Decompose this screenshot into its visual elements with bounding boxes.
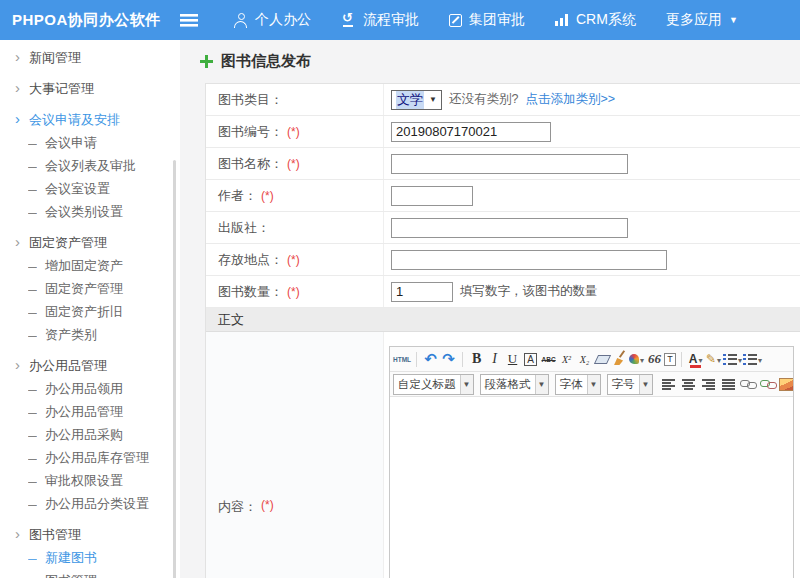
redo-icon[interactable]: ↷ [440,349,457,369]
publisher-input[interactable] [391,218,628,238]
link-icon[interactable] [739,374,758,394]
form-row-author: 作者： (*) [206,180,800,212]
clean-format-icon[interactable] [612,349,627,369]
nav-label: 集团审批 [469,11,525,29]
section-header: 正文 [206,308,800,332]
editor-dropdown-3[interactable]: 字号▼ [607,374,653,395]
sidebar-item-2-1[interactable]: 会议列表及审批 [0,154,180,177]
form-row-book-code: 图书编号： (*) [206,116,800,148]
field-label: 作者： [218,187,257,205]
sidebar-item-2-0[interactable]: 会议申请 [0,131,180,154]
nav-group-approval[interactable]: 集团审批 [449,11,525,29]
forecolor-icon[interactable]: A [687,349,704,369]
book-name-input[interactable] [391,154,628,174]
sidebar-scrollbar[interactable] [173,160,176,578]
fontname-icon[interactable]: A [524,353,537,366]
align-left-icon[interactable] [659,374,678,394]
quantity-input[interactable] [391,282,453,302]
unlink-icon[interactable] [759,374,778,394]
eraser-icon[interactable] [594,349,611,369]
align-right-icon[interactable] [699,374,718,394]
sidebar-item-5-1[interactable]: 图书管理 [0,569,180,578]
sidebar-item-4-0[interactable]: 办公用品领用 [0,377,180,400]
category-select[interactable]: 文学 ▼ [391,90,442,110]
nav-label: 个人办公 [255,11,311,29]
plus-icon [200,55,213,68]
ordered-list-icon[interactable] [723,349,742,369]
superscript-icon[interactable]: X² [558,349,575,369]
image-icon[interactable] [779,374,794,394]
book-code-input[interactable] [391,122,551,142]
sidebar-group-2[interactable]: 会议申请及安排 [0,108,180,131]
editor-dropdown-0[interactable]: 自定义标题▼ [393,374,474,395]
strikethrough-icon[interactable]: ABC [540,349,557,369]
sidebar-item-4-3[interactable]: 办公用品库存管理 [0,446,180,469]
nav-personal-office[interactable]: 个人办公 [234,11,311,29]
editor-dropdown-1[interactable]: 段落格式▼ [480,374,549,395]
sidebar-item-3-3[interactable]: 资产类别 [0,323,180,346]
app-logo: PHPOA协同办公软件 [0,11,168,30]
nav-crm-system[interactable]: CRM系统 [555,11,636,29]
sidebar-group-0[interactable]: 新闻管理 [0,46,180,69]
bar-chart-icon [555,14,569,26]
unordered-list-icon[interactable] [743,349,762,369]
field-label: 图书数量： [218,283,283,301]
chevron-down-icon [757,352,762,366]
form-row-category: 图书类目： 文学 ▼ 还没有类别? 点击添加类别>> [206,84,800,116]
dropdown-label: 字体 [556,377,587,392]
blockquote-icon[interactable]: 66 [646,349,663,369]
category-selected-value: 文学 [396,91,424,109]
sidebar-item-4-2[interactable]: 办公用品采购 [0,423,180,446]
sidebar: 新闻管理大事记管理会议申请及安排会议申请会议列表及审批会议室设置会议类别设置固定… [0,40,180,578]
location-input[interactable] [391,250,667,270]
nav-label: CRM系统 [576,11,636,29]
sidebar-item-3-0[interactable]: 增加固定资产 [0,254,180,277]
author-input[interactable] [391,186,473,206]
align-center-icon[interactable] [679,374,698,394]
hilite-icon[interactable]: ✎ [705,349,722,369]
sidebar-group-3[interactable]: 固定资产管理 [0,231,180,254]
sidebar-item-4-5[interactable]: 办公用品分类设置 [0,492,180,515]
source-icon[interactable]: HTML [393,349,411,369]
sidebar-item-2-2[interactable]: 会议室设置 [0,177,180,200]
required-mark: (*) [261,498,274,512]
field-label: 出版社： [218,219,270,237]
nav-workflow-approval[interactable]: 流程审批 [341,11,419,29]
chevron-down-icon: ▼ [639,375,652,394]
sidebar-group-5[interactable]: 图书管理 [0,523,180,546]
nav-more-apps[interactable]: 更多应用 ▼ [666,11,738,29]
paste-text-icon[interactable]: T [664,353,676,366]
required-mark: (*) [287,125,300,139]
italic-icon[interactable]: I [486,349,503,369]
chevron-down-icon [737,352,742,366]
align-justify-icon[interactable] [719,374,738,394]
required-mark: (*) [287,285,300,299]
editor-dropdown-2[interactable]: 字体▼ [555,374,601,395]
editor-content-area[interactable] [390,397,793,578]
page-title: 图书信息发布 [221,52,311,71]
sidebar-item-3-1[interactable]: 固定资产管理 [0,277,180,300]
subscript-icon[interactable]: X₂ [576,349,593,369]
sidebar-item-5-0[interactable]: 新建图书 [0,546,180,569]
add-category-link[interactable]: 点击添加类别>> [525,91,615,108]
chevron-down-icon [716,352,721,366]
dropdown-label: 自定义标题 [394,377,460,392]
toolbar-separator [462,352,463,367]
sidebar-group-4[interactable]: 办公用品管理 [0,354,180,377]
dropdown-label: 字号 [608,377,639,392]
sidebar-item-2-3[interactable]: 会议类别设置 [0,200,180,223]
top-nav: 个人办公 流程审批 集团审批 CRM系统 更多应用 ▼ [234,11,738,29]
toolbar-separator [416,352,417,367]
menu-icon[interactable] [180,14,198,27]
underline-icon[interactable]: U [504,349,521,369]
form-row-book-name: 图书名称： (*) [206,148,800,180]
color-format-icon[interactable] [628,349,645,369]
sidebar-item-3-2[interactable]: 固定资产折旧 [0,300,180,323]
sidebar-group-1[interactable]: 大事记管理 [0,77,180,100]
bold-icon[interactable]: B [468,349,485,369]
toolbar-separator [681,352,682,367]
sidebar-item-4-1[interactable]: 办公用品管理 [0,400,180,423]
undo-icon[interactable]: ↶ [422,349,439,369]
sidebar-item-4-4[interactable]: 审批权限设置 [0,469,180,492]
page-header: 图书信息发布 [180,40,800,83]
